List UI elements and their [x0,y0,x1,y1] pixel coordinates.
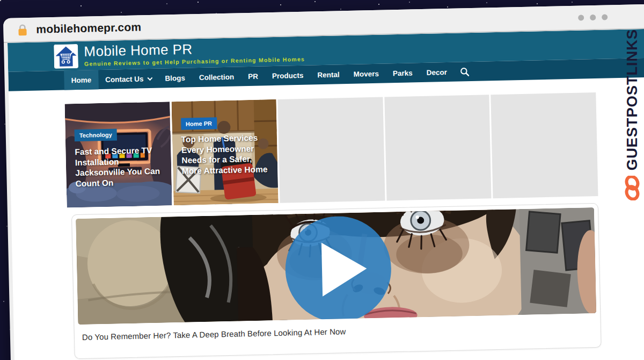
page-body: Technology Fast and Secure TV Installati… [9,77,644,360]
nav-item-home[interactable]: Home [64,70,98,90]
site-identity: Mobile Home PR Genuine Reviews to get He… [84,40,305,67]
url-text: mobilehomepr.com [36,20,141,35]
adchoices-icon[interactable] [78,211,596,325]
nav-item-decor[interactable]: Decor [419,62,454,82]
card-placeholder [384,95,492,200]
nav-item-collection[interactable]: Collection [192,67,241,87]
window-control-dot[interactable] [602,14,608,20]
nav-item-parks[interactable]: Parks [385,63,420,83]
chain-link-icon [623,176,642,200]
window-controls [578,14,608,20]
stars-background [0,0,1,1]
window-control-dot[interactable] [590,14,596,20]
search-icon [460,67,470,76]
article-card-tv[interactable]: Technology Fast and Secure TV Installati… [65,102,172,207]
site-logo[interactable] [54,44,78,68]
lock-icon [17,24,27,36]
nav-item-products[interactable]: Products [265,66,310,86]
chevron-down-icon [147,75,152,81]
site-viewport: Mobile Home PR Genuine Reviews to get He… [8,29,644,360]
category-badge[interactable]: Technology [75,128,117,141]
card-title[interactable]: Fast and Secure TV Installation Jacksonv… [75,145,163,189]
ad-image[interactable] [76,207,596,325]
cards-row: Technology Fast and Secure TV Installati… [65,92,598,208]
guestpostlinks-watermark: GUESTPOSTLINKS [620,29,644,200]
search-button[interactable] [453,62,476,82]
address-bar[interactable]: mobilehomepr.com [17,20,141,36]
ad-card[interactable]: Do You Remember Her? Take A Deep Breath … [71,203,602,359]
article-card-home-services[interactable]: Home PR Top Home Services Every Homeowne… [171,99,279,205]
browser-window: mobilehomepr.com Mobile Home PR Genuine … [3,4,644,360]
card-placeholder [278,97,385,203]
nav-item-contact-us[interactable]: Contact Us [98,69,158,89]
card-placeholder [491,92,598,198]
nav-item-pr[interactable]: PR [241,66,266,86]
watermark-text: GUESTPOSTLINKS [624,29,641,170]
card-title[interactable]: Top Home Services Every Homeowner Needs … [181,132,269,176]
ad-caption[interactable]: Do You Remember Her? Take A Deep Breath … [82,321,594,342]
category-badge[interactable]: Home PR [181,117,217,129]
window-control-dot[interactable] [578,15,584,20]
nav-item-rental[interactable]: Rental [310,64,347,84]
nav-item-blogs[interactable]: Blogs [158,68,192,88]
nav-item-movers[interactable]: Movers [346,63,386,84]
